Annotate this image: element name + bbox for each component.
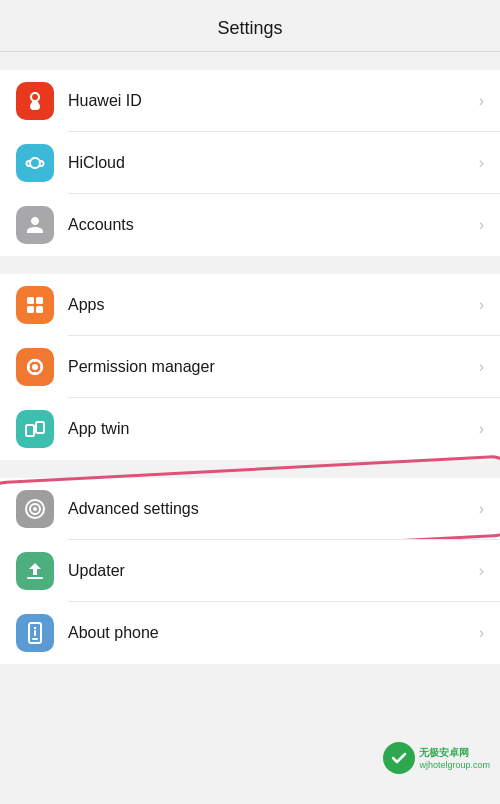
advanced-settings-item[interactable]: Advanced settings › (0, 478, 500, 540)
about-phone-label: About phone (68, 624, 479, 642)
watermark: 无极安卓网 wjhotelgroup.com (383, 742, 490, 774)
watermark-site: wjhotelgroup.com (419, 760, 490, 770)
svg-rect-0 (27, 297, 34, 304)
permission-manager-chevron: › (479, 358, 484, 376)
permission-manager-item[interactable]: Permission manager › (0, 336, 500, 398)
accounts-chevron: › (479, 216, 484, 234)
huawei-id-label: Huawei ID (68, 92, 479, 110)
aboutphone-icon-svg (23, 621, 47, 645)
account-section: Huawei ID › HiCloud › Accounts (0, 70, 500, 256)
hicloud-chevron: › (479, 154, 484, 172)
updater-icon-svg (23, 559, 47, 583)
gap-2 (0, 256, 500, 274)
system-section: Advanced settings › Updater › (0, 478, 500, 664)
apps-chevron: › (479, 296, 484, 314)
svg-rect-10 (26, 425, 34, 436)
svg-rect-3 (36, 306, 43, 313)
svg-rect-2 (27, 306, 34, 313)
permission-icon-svg (23, 355, 47, 379)
huawei-id-chevron: › (479, 92, 484, 110)
apptwin-icon (16, 410, 54, 448)
updater-icon (16, 552, 54, 590)
app-twin-item[interactable]: App twin › (0, 398, 500, 460)
svg-point-5 (32, 364, 38, 370)
apps-icon-svg (23, 293, 47, 317)
hicloud-icon (16, 144, 54, 182)
apps-section: Apps › Permission manager › (0, 274, 500, 460)
aboutphone-icon (16, 614, 54, 652)
gap-1 (0, 52, 500, 70)
page-title: Settings (217, 18, 282, 38)
hicloud-item[interactable]: HiCloud › (0, 132, 500, 194)
svg-rect-11 (36, 422, 44, 433)
huawei-id-item[interactable]: Huawei ID › (0, 70, 500, 132)
watermark-text-block: 无极安卓网 wjhotelgroup.com (419, 746, 490, 770)
page-header: Settings (0, 0, 500, 51)
huawei-icon (16, 82, 54, 120)
advanced-settings-label: Advanced settings (68, 500, 479, 518)
about-phone-chevron: › (479, 624, 484, 642)
advanced-icon-svg (23, 497, 47, 521)
hicloud-label: HiCloud (68, 154, 479, 172)
permission-icon (16, 348, 54, 386)
svg-rect-1 (36, 297, 43, 304)
apps-label: Apps (68, 296, 479, 314)
updater-label: Updater (68, 562, 479, 580)
accounts-icon-svg (23, 213, 47, 237)
app-twin-chevron: › (479, 420, 484, 438)
app-twin-label: App twin (68, 420, 479, 438)
updater-item[interactable]: Updater › (0, 540, 500, 602)
gap-3 (0, 460, 500, 478)
accounts-icon (16, 206, 54, 244)
advanced-settings-chevron: › (479, 500, 484, 518)
apps-item[interactable]: Apps › (0, 274, 500, 336)
accounts-item[interactable]: Accounts › (0, 194, 500, 256)
advanced-icon (16, 490, 54, 528)
watermark-logo-icon (389, 748, 409, 768)
updater-chevron: › (479, 562, 484, 580)
about-phone-item[interactable]: About phone › (0, 602, 500, 664)
watermark-label: 无极安卓网 (419, 746, 490, 760)
apps-icon (16, 286, 54, 324)
apptwin-icon-svg (23, 417, 47, 441)
page-container: Settings Huawei ID › HiCloud › (0, 0, 500, 664)
accounts-label: Accounts (68, 216, 479, 234)
svg-rect-12 (27, 577, 43, 579)
permission-manager-label: Permission manager (68, 358, 479, 376)
watermark-logo (383, 742, 415, 774)
huawei-icon-svg (23, 89, 47, 113)
hicloud-icon-svg (23, 151, 47, 175)
